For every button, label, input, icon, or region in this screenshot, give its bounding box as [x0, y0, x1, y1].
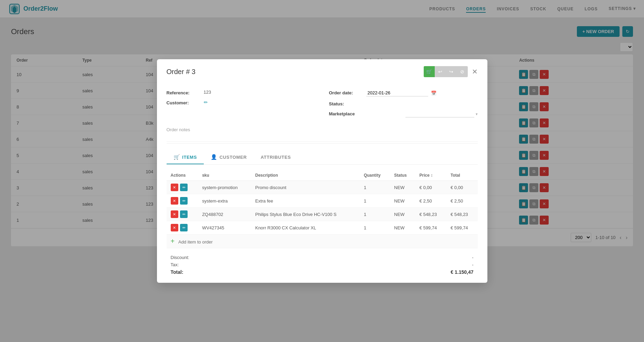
add-item-button[interactable]: +	[171, 237, 175, 245]
item-edit-button[interactable]: ✏	[180, 210, 188, 218]
item-delete-button[interactable]: ✕	[171, 184, 178, 191]
totals-section: Discount: - Tax: - Total: € 1.150,47	[167, 254, 478, 255]
item-row: ✕ ✏ system-promotionPromo discount1NEW€ …	[167, 181, 478, 194]
item-delete-button[interactable]: ✕	[171, 224, 178, 231]
add-item-label: Add item to order	[178, 239, 213, 245]
items-col-description: Description	[251, 170, 359, 181]
tab-customer-icon: 👤	[211, 154, 218, 160]
status-icon-cart[interactable]: 🛒	[424, 66, 435, 77]
order-notes-label: Order notes	[167, 127, 478, 132]
tabs: 🛒 ITEMS 👤 CUSTOMER ATTRIBUTES	[167, 151, 478, 165]
item-row: ✕ ✏ WV427345Knorr R3000 CX Calculator XL…	[167, 221, 478, 235]
item-row: ✕ ✏ ZQ488702Philips Stylus Blue Eco Driv…	[167, 208, 478, 221]
status-icon-1[interactable]: ↩	[435, 66, 446, 77]
modal-header: Order # 3 🛒 ↩ ↪ ⊘ ✕	[157, 59, 487, 83]
item-delete-button[interactable]: ✕	[171, 210, 178, 218]
order-date-label: Order date:	[329, 90, 363, 95]
tab-attributes[interactable]: ATTRIBUTES	[254, 151, 298, 164]
order-date-field: Order date: 📅	[329, 90, 478, 96]
reference-value: 123	[204, 90, 211, 95]
modal-body: Reference: 123 Customer: ✏ Order date: 📅	[157, 83, 487, 255]
status-icons: 🛒 ↩ ↪ ⊘	[424, 66, 468, 77]
modal-overlay[interactable]: Order # 3 🛒 ↩ ↪ ⊘ ✕ Reference: 123	[0, 0, 644, 255]
dropdown-icon[interactable]: ▾	[476, 112, 478, 116]
items-col-status: Status	[390, 170, 415, 181]
reference-field: Reference: 123	[167, 90, 315, 95]
calendar-icon[interactable]: 📅	[431, 91, 436, 96]
order-notes-input[interactable]	[167, 134, 478, 142]
items-col-actions: Actions	[167, 170, 198, 181]
items-col-price: Price ↕	[415, 170, 446, 181]
items-table: Actions sku Description Quantity Status …	[167, 170, 478, 248]
tab-customer[interactable]: 👤 CUSTOMER	[204, 151, 254, 164]
order-notes-section: Order notes	[167, 127, 478, 144]
marketplace-field: Marketplace ▾	[329, 111, 478, 117]
modal-title: Order # 3	[167, 68, 196, 76]
modal-close-button[interactable]: ✕	[472, 68, 478, 75]
marketplace-input[interactable]	[405, 111, 474, 117]
status-label: Status:	[329, 101, 363, 106]
customer-edit-icon[interactable]: ✏	[204, 100, 208, 105]
item-edit-button[interactable]: ✏	[180, 224, 188, 231]
customer-field: Customer: ✏	[167, 100, 315, 105]
status-icon-3[interactable]: ⊘	[457, 66, 468, 77]
tab-items-icon: 🛒	[173, 154, 180, 160]
reference-label: Reference:	[167, 90, 201, 95]
items-col-quantity: Quantity	[360, 170, 390, 181]
tab-items[interactable]: 🛒 ITEMS	[167, 151, 204, 164]
item-edit-button[interactable]: ✏	[180, 197, 188, 205]
add-item-row: + Add item to order	[167, 235, 478, 248]
items-col-sku: sku	[198, 170, 251, 181]
tab-customer-label: CUSTOMER	[220, 155, 247, 160]
form-col-left: Reference: 123 Customer: ✏	[167, 90, 315, 122]
item-row: ✕ ✏ system-extraExtra fee1NEW€ 2,50€ 2,5…	[167, 194, 478, 208]
discount-row: Discount: -	[167, 254, 478, 255]
item-delete-button[interactable]: ✕	[171, 197, 178, 205]
status-icon-2[interactable]: ↪	[446, 66, 457, 77]
item-edit-button[interactable]: ✏	[180, 184, 188, 191]
order-modal: Order # 3 🛒 ↩ ↪ ⊘ ✕ Reference: 123	[157, 59, 487, 255]
form-col-right: Order date: 📅 Status: Marketplace	[329, 90, 478, 122]
marketplace-dropdown: ▾	[405, 111, 478, 117]
status-field: Status:	[329, 101, 478, 106]
marketplace-label: Marketplace	[329, 111, 363, 116]
customer-label: Customer:	[167, 100, 201, 105]
tab-items-label: ITEMS	[182, 155, 197, 160]
form-row-top: Reference: 123 Customer: ✏ Order date: 📅	[167, 90, 478, 122]
modal-header-right: 🛒 ↩ ↪ ⊘ ✕	[424, 66, 478, 77]
order-date-input-group: 📅	[366, 90, 436, 96]
tab-attributes-label: ATTRIBUTES	[261, 155, 291, 160]
order-date-input[interactable]	[366, 90, 428, 96]
items-col-total: Total	[446, 170, 478, 181]
